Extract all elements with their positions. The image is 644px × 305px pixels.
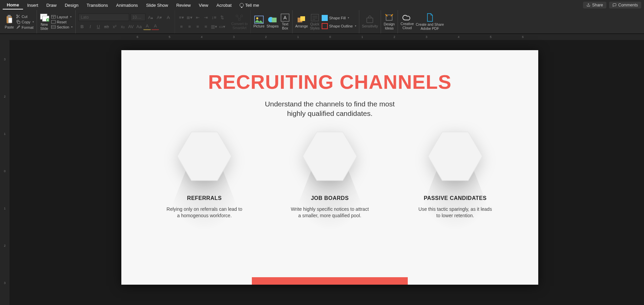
- layout-icon: [51, 15, 56, 19]
- convert-smartart-button[interactable]: Convert to SmartArt: [231, 14, 247, 30]
- slide[interactable]: RECRUITING CHANNELS Understand the chann…: [121, 50, 538, 285]
- decrease-font-button[interactable]: A▾: [156, 14, 163, 21]
- tab-review[interactable]: Review: [172, 1, 195, 9]
- svg-line-7: [17, 16, 18, 16]
- canvas[interactable]: 6 5 4 3 2 1 0 1 2 3 4 5 6 RECRUITING CHA…: [9, 34, 644, 305]
- tab-design[interactable]: Design: [61, 1, 82, 9]
- decrease-indent-button[interactable]: ⇤: [194, 14, 201, 21]
- tell-me[interactable]: Tell me: [236, 1, 263, 9]
- shapes-icon: [268, 16, 277, 24]
- text-direction-button[interactable]: ⇅: [218, 14, 226, 21]
- creative-cloud-icon: [402, 14, 412, 21]
- reset-button[interactable]: Reset: [51, 20, 73, 24]
- new-slide-icon: [40, 13, 49, 22]
- svg-text:A: A: [283, 15, 287, 20]
- card-heading: REFERRALS: [154, 195, 255, 201]
- svg-marker-35: [303, 132, 357, 180]
- share-button[interactable]: Share: [583, 2, 606, 8]
- cut-button[interactable]: Cut: [16, 14, 34, 19]
- tab-draw[interactable]: Draw: [42, 1, 61, 9]
- smartart-icon: [235, 14, 244, 21]
- ruler-vertical: 3 2 1 0 1 2 3: [0, 34, 9, 305]
- numbering-button[interactable]: ≣▾: [186, 14, 193, 21]
- sensitivity-icon: [365, 16, 374, 24]
- shapes-button[interactable]: Shapes: [266, 16, 279, 28]
- strike-button[interactable]: ab: [103, 23, 110, 30]
- tab-transitions[interactable]: Transitions: [82, 1, 112, 9]
- tab-animations[interactable]: Animations: [112, 1, 142, 9]
- svg-marker-36: [428, 132, 482, 180]
- slide-title[interactable]: RECRUITING CHANNELS: [121, 70, 538, 93]
- group-clipboard: Paste Cut Copy▾ Format: [2, 10, 37, 34]
- reset-icon: [51, 20, 56, 24]
- cards-row: REFERRALS Relying only on referrals can …: [121, 131, 538, 219]
- sensitivity-button[interactable]: Sensitivity: [362, 16, 378, 28]
- svg-point-4: [16, 17, 17, 18]
- fill-swatch-icon: [322, 15, 328, 21]
- svg-point-3: [16, 15, 17, 16]
- creative-cloud-button[interactable]: Creative Cloud: [401, 14, 414, 30]
- format-painter-button[interactable]: Format: [16, 25, 34, 29]
- tab-home[interactable]: Home: [3, 1, 23, 9]
- align-right-button[interactable]: ≡: [194, 23, 201, 30]
- font-name-input[interactable]: [78, 14, 129, 21]
- highlight-button[interactable]: AV: [127, 23, 135, 30]
- group-insert: Picture Shapes A Text Box: [251, 10, 293, 34]
- card-heading: JOB BOARDS: [279, 195, 381, 201]
- tab-acrobat[interactable]: Acrobat: [213, 1, 236, 9]
- picture-icon: [254, 16, 264, 24]
- slide-subtitle[interactable]: Understand the channels to find the most…: [121, 99, 538, 119]
- tab-view[interactable]: View: [195, 1, 213, 9]
- ribbon: Paste Cut Copy▾ Format New Slide Layout▾…: [0, 10, 644, 34]
- section-button[interactable]: Section▾: [51, 25, 73, 29]
- change-case-button[interactable]: Aa: [135, 23, 143, 30]
- paste-button[interactable]: Paste: [5, 15, 14, 29]
- design-ideas-icon: [385, 14, 394, 22]
- shape-fill-button[interactable]: Shape Fill▾: [322, 15, 356, 21]
- increase-indent-button[interactable]: ⇥: [202, 14, 209, 21]
- tab-insert[interactable]: Insert: [23, 1, 42, 9]
- hexagon-icon: [426, 131, 484, 182]
- card-referrals[interactable]: REFERRALS Relying only on referrals can …: [154, 131, 255, 219]
- card-body: Use this tactic sparingly, as it leads t…: [404, 206, 506, 219]
- font-size-input[interactable]: [130, 14, 145, 21]
- clear-format-button[interactable]: A̶: [164, 14, 172, 21]
- increase-font-button[interactable]: A▴: [147, 14, 154, 21]
- align-center-button[interactable]: ≡: [186, 23, 193, 30]
- line-spacing-button[interactable]: ↕≡: [210, 14, 218, 21]
- font-fill-button[interactable]: A: [143, 23, 151, 30]
- design-ideas-button[interactable]: Design Ideas: [384, 14, 395, 30]
- font-color-button[interactable]: A: [152, 23, 159, 30]
- superscript-button[interactable]: x²: [111, 23, 118, 30]
- textbox-icon: A: [281, 14, 289, 22]
- card-passive[interactable]: PASSIVE CANDIDATES Use this tactic spari…: [404, 131, 506, 219]
- columns-button[interactable]: ▥▾: [210, 23, 218, 30]
- bold-button[interactable]: B: [78, 23, 86, 30]
- quick-styles-button[interactable]: Quick Styles: [310, 14, 320, 30]
- new-slide-button[interactable]: New Slide: [40, 13, 49, 30]
- adobe-pdf-button[interactable]: Create and Share Adobe PDF: [416, 13, 444, 30]
- subscript-button[interactable]: x₂: [119, 23, 126, 30]
- shape-outline-button[interactable]: Shape Outline▾: [322, 23, 356, 29]
- italic-button[interactable]: I: [86, 23, 94, 30]
- comments-button[interactable]: Comments: [609, 2, 641, 8]
- align-text-button[interactable]: ▭▾: [218, 23, 226, 30]
- arrange-button[interactable]: Arrange: [295, 16, 308, 28]
- bullets-button[interactable]: ≡▾: [178, 14, 185, 21]
- card-jobboards[interactable]: JOB BOARDS Write highly specific notices…: [279, 131, 381, 219]
- group-arrange: Arrange Quick Styles Shape Fill▾ Shape O…: [293, 10, 359, 34]
- justify-button[interactable]: ≡: [202, 23, 209, 30]
- svg-rect-8: [18, 21, 20, 24]
- svg-line-6: [19, 17, 20, 18]
- ruler-horizontal: 6 5 4 3 2 1 0 1 2 3 4 5 6: [9, 34, 644, 40]
- picture-button[interactable]: Picture: [254, 16, 265, 28]
- align-left-button[interactable]: ≡: [178, 23, 185, 30]
- textbox-button[interactable]: A Text Box: [281, 14, 289, 30]
- share-icon: [586, 3, 590, 7]
- tab-slideshow[interactable]: Slide Show: [142, 1, 172, 9]
- underline-button[interactable]: U: [95, 23, 102, 30]
- copy-icon: [16, 20, 20, 24]
- copy-button[interactable]: Copy▾: [16, 20, 34, 24]
- svg-rect-29: [311, 14, 319, 21]
- layout-button[interactable]: Layout▾: [51, 15, 73, 19]
